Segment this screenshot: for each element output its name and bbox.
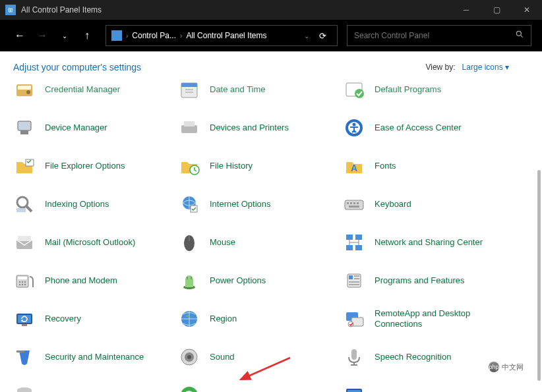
sound-icon: [178, 346, 200, 368]
item-label: Speech Recognition: [375, 352, 451, 362]
window-title: All Control Panel Items: [21, 5, 451, 14]
network-icon: [343, 231, 365, 254]
watermark-logo: php: [489, 362, 499, 372]
power-icon: [178, 269, 200, 292]
content-area: Adjust your computer's settings View by:…: [0, 51, 542, 392]
items-grid: Credential ManagerDate and TimeDefault P…: [13, 82, 535, 392]
control-panel-app-icon: ⊞: [5, 5, 16, 15]
control-panel-item-phone[interactable]: Phone and Modem: [13, 269, 178, 293]
control-panel-item-fonts[interactable]: Fonts: [343, 154, 508, 178]
ease-access-icon: [343, 117, 365, 139]
control-panel-item-device-manager[interactable]: Device Manager: [13, 116, 178, 140]
minimize-button[interactable]: ─: [451, 0, 481, 20]
indexing-icon: [13, 193, 36, 215]
control-panel-item-sync[interactable]: Sync Center: [178, 383, 343, 392]
svg-point-0: [516, 31, 521, 36]
credential-icon: [13, 78, 36, 101]
view-by-dropdown[interactable]: Large icons ▾: [462, 63, 509, 72]
control-panel-item-mouse[interactable]: Mouse: [178, 231, 343, 254]
navigation-bar: ← → ⌄ ↑ › Control Pa... › All Control Pa…: [0, 20, 542, 51]
control-panel-item-power[interactable]: Power Options: [178, 269, 343, 293]
item-label: Device Manager: [45, 123, 107, 133]
titlebar: ⊞ All Control Panel Items ─ ▢ ✕: [0, 0, 542, 20]
breadcrumb-2[interactable]: All Control Panel Items: [186, 31, 266, 40]
device-manager-icon: [13, 117, 36, 139]
refresh-button[interactable]: ⟳: [313, 26, 332, 45]
item-label: Devices and Printers: [210, 123, 289, 133]
control-panel-item-devices-printers[interactable]: Devices and Printers: [178, 116, 343, 140]
recent-dropdown[interactable]: ⌄: [55, 26, 74, 45]
maximize-button[interactable]: ▢: [481, 0, 512, 20]
control-panel-item-datetime[interactable]: Date and Time: [178, 78, 343, 101]
item-label: Network and Sharing Center: [375, 237, 483, 248]
control-panel-item-credential[interactable]: Credential Manager: [13, 78, 178, 101]
item-label: Keyboard: [375, 199, 411, 210]
speech-icon: [343, 346, 365, 368]
control-panel-item-sound[interactable]: Sound: [178, 345, 343, 369]
control-panel-item-storage[interactable]: Storage Spaces: [13, 383, 178, 392]
control-panel-item-mail[interactable]: Mail (Microsoft Outlook): [13, 231, 178, 254]
phone-icon: [13, 269, 36, 292]
control-panel-item-recovery[interactable]: Recovery: [13, 307, 178, 331]
item-label: Mail (Microsoft Outlook): [45, 237, 135, 248]
item-label: Power Options: [210, 275, 266, 286]
control-panel-item-programs[interactable]: Programs and Features: [343, 269, 508, 293]
item-label: Mouse: [210, 237, 235, 248]
mail-icon: [13, 231, 36, 254]
item-label: Internet Options: [210, 199, 271, 210]
up-button[interactable]: ↑: [78, 26, 96, 45]
address-bar[interactable]: › Control Pa... › All Control Panel Item…: [105, 25, 338, 46]
default-programs-icon: [343, 78, 365, 101]
item-label: Security and Maintenance: [45, 352, 144, 362]
search-box[interactable]: [347, 25, 531, 46]
control-panel-item-system[interactable]: System: [343, 383, 508, 392]
address-dropdown-icon[interactable]: ⌄: [304, 32, 309, 40]
close-button[interactable]: ✕: [512, 0, 542, 20]
datetime-icon: [178, 78, 200, 101]
item-label: Phone and Modem: [45, 275, 117, 286]
item-label: File Explorer Options: [45, 161, 125, 171]
control-panel-item-remoteapp[interactable]: RemoteApp and Desktop Connections: [343, 307, 508, 331]
breadcrumb-1[interactable]: Control Pa...: [132, 31, 176, 40]
item-label: Date and Time: [210, 84, 266, 95]
internet-icon: [178, 193, 200, 215]
control-panel-item-security[interactable]: Security and Maintenance: [13, 345, 178, 369]
control-panel-item-speech[interactable]: Speech Recognition: [343, 345, 508, 369]
watermark-text: 中文网: [502, 362, 524, 372]
keyboard-icon: [343, 193, 365, 215]
control-panel-icon: [111, 30, 122, 41]
programs-icon: [343, 269, 365, 292]
item-label: Programs and Features: [375, 275, 465, 286]
control-panel-item-network[interactable]: Network and Sharing Center: [343, 231, 508, 254]
control-panel-item-internet[interactable]: Internet Options: [178, 192, 343, 216]
item-label: Credential Manager: [45, 84, 120, 95]
item-label: RemoteApp and Desktop Connections: [375, 308, 493, 329]
chevron-right-icon[interactable]: ›: [126, 32, 128, 40]
control-panel-item-keyboard[interactable]: Keyboard: [343, 192, 508, 216]
remoteapp-icon: [343, 308, 365, 330]
control-panel-item-region[interactable]: Region: [178, 307, 343, 331]
scrollbar-thumb[interactable]: [537, 170, 541, 381]
control-panel-item-file-history[interactable]: File History: [178, 154, 343, 178]
item-label: Fonts: [375, 161, 396, 171]
back-button[interactable]: ←: [11, 26, 29, 45]
watermark: php 中文网: [485, 360, 527, 374]
mouse-icon: [178, 231, 200, 254]
fonts-icon: [343, 155, 365, 177]
control-panel-item-ease-access[interactable]: Ease of Access Center: [343, 116, 508, 140]
view-by-label: View by:: [425, 63, 455, 72]
control-panel-item-file-explorer[interactable]: File Explorer Options: [13, 154, 178, 178]
storage-icon: [13, 384, 36, 392]
item-label: Recovery: [45, 314, 81, 324]
chevron-right-icon[interactable]: ›: [180, 32, 182, 40]
item-label: Default Programs: [375, 84, 441, 95]
forward-button[interactable]: →: [33, 26, 51, 45]
recovery-icon: [13, 308, 36, 330]
search-icon[interactable]: [515, 30, 524, 42]
item-label: File History: [210, 161, 253, 171]
control-panel-item-default-programs[interactable]: Default Programs: [343, 78, 508, 101]
search-input[interactable]: [354, 31, 515, 40]
sync-icon: [178, 384, 200, 392]
control-panel-item-indexing[interactable]: Indexing Options: [13, 192, 178, 216]
file-history-icon: [178, 155, 200, 177]
